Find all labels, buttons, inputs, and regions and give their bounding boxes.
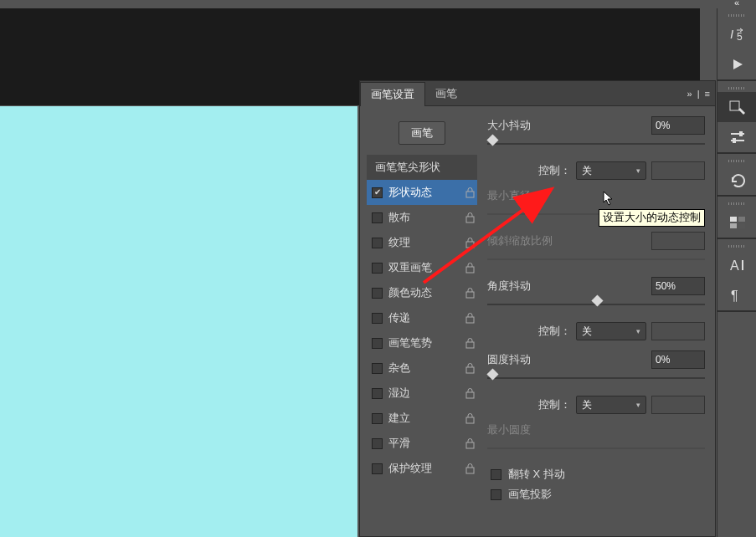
option-label: 颜色动态 [388, 285, 432, 300]
panel-grip[interactable] [717, 84, 756, 92]
angle-jitter-value[interactable]: 50% [651, 277, 705, 295]
swatches-icon[interactable] [717, 207, 756, 238]
lock-icon[interactable] [462, 338, 477, 349]
brush-options-list: 画笔 画笔笔尖形状 形状动态散布纹理双重画笔颜色动态传递画笔笔势杂色湿边建立平滑… [367, 115, 477, 504]
svg-rect-17 [466, 292, 474, 298]
tilt-scale-slider [487, 253, 705, 265]
panel-menu-icon[interactable]: ≡ [705, 89, 710, 99]
roundness-jitter-slider[interactable] [487, 372, 705, 384]
paragraph-icon[interactable]: ¶ [717, 280, 756, 310]
lock-icon[interactable] [462, 212, 477, 223]
lock-icon[interactable] [462, 363, 477, 374]
flip-x-checkbox[interactable] [491, 469, 501, 480]
option-row[interactable]: 画笔笔势 [367, 330, 477, 355]
panel-grip[interactable] [717, 11, 756, 19]
brush-projection-checkbox[interactable] [491, 489, 501, 500]
option-checkbox[interactable] [372, 187, 383, 198]
svg-text:I: I [730, 27, 733, 41]
flip-x-label: 翻转 X 抖动 [508, 467, 565, 482]
svg-rect-15 [466, 242, 474, 248]
right-toolbar: I5 A ¶ [717, 8, 756, 537]
roundness-jitter-value[interactable]: 0% [651, 350, 705, 369]
character-icon[interactable]: A [717, 250, 756, 280]
svg-rect-23 [466, 442, 474, 448]
lock-icon[interactable] [462, 413, 477, 424]
option-row[interactable]: 纹理 [367, 230, 477, 255]
svg-rect-18 [466, 317, 474, 323]
option-checkbox[interactable] [372, 388, 383, 399]
option-row[interactable]: 颜色动态 [367, 280, 477, 305]
option-row[interactable]: 平滑 [367, 431, 477, 456]
option-row[interactable]: 双重画笔 [367, 255, 477, 280]
option-label: 散布 [388, 210, 410, 225]
sliders-icon[interactable] [717, 122, 756, 152]
panel-grip[interactable] [717, 199, 756, 207]
brush-settings-icon[interactable] [717, 92, 756, 122]
size-jitter-slider[interactable] [487, 138, 705, 150]
option-label: 纹理 [388, 235, 410, 250]
option-row[interactable]: 建立 [367, 406, 477, 431]
option-row[interactable]: 散布 [367, 205, 477, 230]
option-checkbox[interactable] [372, 413, 383, 424]
angle-control-value: 关 [582, 325, 592, 339]
option-checkbox[interactable] [372, 438, 383, 449]
lock-icon[interactable] [462, 438, 477, 449]
option-checkbox[interactable] [372, 363, 383, 374]
svg-text:A: A [730, 258, 739, 273]
disabled-slot [651, 396, 705, 414]
panel-grip[interactable] [717, 242, 756, 250]
svg-rect-5 [733, 138, 736, 143]
shape-dynamics-controls: 大小抖动 0% 控制： 关▾ 最小直径 [487, 115, 708, 504]
brushes-button[interactable]: 画笔 [399, 121, 445, 145]
roundness-jitter-label: 圆度抖动 [487, 352, 651, 367]
option-checkbox[interactable] [372, 263, 383, 274]
svg-rect-20 [466, 367, 474, 373]
option-checkbox[interactable] [372, 313, 383, 324]
lock-icon[interactable] [462, 313, 477, 324]
svg-rect-3 [730, 101, 739, 110]
angle-jitter-slider[interactable] [487, 299, 705, 310]
lock-icon[interactable] [462, 238, 477, 248]
angle-jitter-label: 角度抖动 [487, 279, 651, 294]
svg-rect-22 [466, 417, 474, 423]
brush-tip-shape-label: 画笔笔尖形状 [375, 160, 440, 175]
option-checkbox[interactable] [372, 238, 383, 248]
svg-rect-13 [466, 192, 474, 197]
lock-icon[interactable] [462, 463, 477, 474]
option-label: 保护纹理 [388, 461, 432, 476]
lock-icon[interactable] [462, 187, 477, 198]
lock-icon[interactable] [462, 263, 477, 274]
history-step-icon[interactable]: I5 [717, 19, 756, 49]
option-checkbox[interactable] [372, 212, 383, 223]
option-checkbox[interactable] [372, 338, 383, 349]
tab-brush-settings[interactable]: 画笔设置 [360, 82, 425, 106]
option-checkbox[interactable] [372, 463, 383, 474]
svg-text:¶: ¶ [731, 289, 738, 302]
option-row[interactable]: 杂色 [367, 355, 477, 381]
panel-grip[interactable] [717, 156, 756, 165]
size-control-select[interactable]: 关▾ [576, 161, 646, 180]
option-row[interactable]: 形状动态 [367, 180, 477, 205]
svg-rect-7 [738, 217, 745, 222]
option-label: 杂色 [388, 361, 410, 376]
history-icon[interactable] [717, 165, 756, 195]
tab-brushes[interactable]: 画笔 [425, 81, 467, 105]
option-label: 平滑 [388, 436, 410, 451]
option-checkbox[interactable] [372, 288, 383, 299]
option-row[interactable]: 传递 [367, 305, 477, 330]
round-control-select[interactable]: 关▾ [576, 396, 646, 414]
size-jitter-value[interactable]: 0% [651, 116, 705, 135]
lock-icon[interactable] [462, 388, 477, 399]
canvas[interactable] [0, 106, 357, 537]
panel-expand-icon[interactable]: » [687, 89, 692, 99]
min-roundness-slider [487, 442, 705, 454]
option-label: 画笔笔势 [388, 335, 432, 350]
play-icon[interactable] [717, 49, 756, 79]
collapse-chevron[interactable]: « [734, 0, 739, 8]
control-label: 控制： [538, 163, 576, 178]
brush-tip-shape-row[interactable]: 画笔笔尖形状 [367, 155, 477, 180]
angle-control-select[interactable]: 关▾ [576, 322, 646, 340]
option-row[interactable]: 保护纹理 [367, 456, 477, 481]
option-row[interactable]: 湿边 [367, 381, 477, 406]
lock-icon[interactable] [462, 288, 477, 299]
